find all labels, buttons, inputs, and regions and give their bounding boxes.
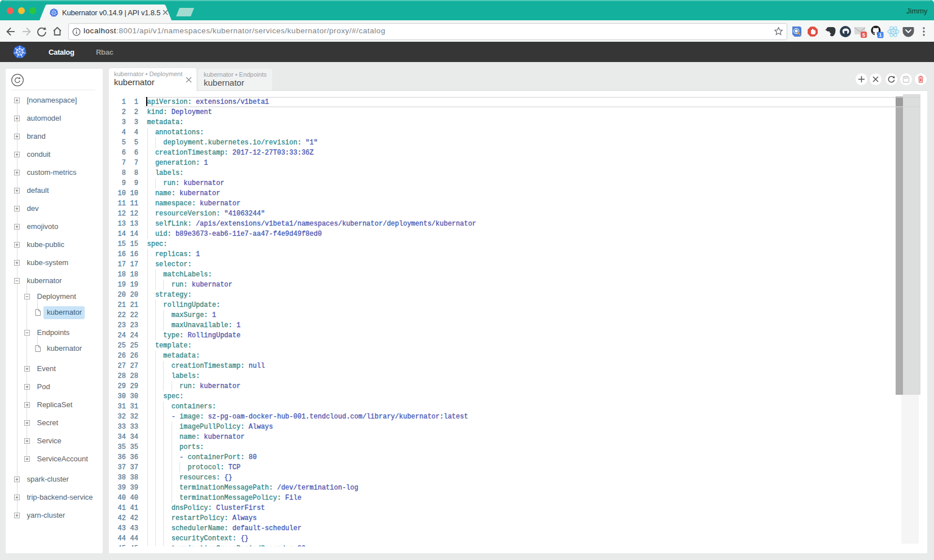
svg-text:1: 1	[879, 32, 882, 38]
svg-text:5: 5	[862, 32, 865, 37]
